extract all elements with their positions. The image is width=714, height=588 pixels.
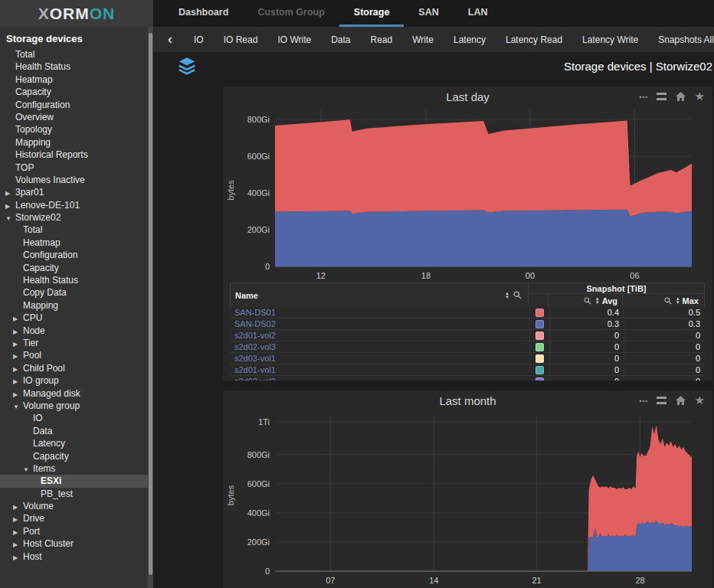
more-options-icon[interactable]: ... [639, 395, 648, 406]
sidebar-item-pb-test[interactable]: PB_test [0, 488, 148, 500]
sidebar-item-esxi[interactable]: ESXi [0, 475, 148, 487]
toolbar-item-data[interactable]: Data [321, 34, 360, 45]
sort-icon[interactable]: ▲▼ [676, 297, 680, 305]
sort-icon[interactable]: ▲▼ [505, 292, 509, 299]
svg-text:12: 12 [316, 271, 326, 280]
last-day-chart[interactable]: 0200Gi400Gi600Gi800Gi12180006bytes [223, 105, 712, 294]
sidebar-item-host[interactable]: ▶Host [0, 550, 148, 563]
chevron-left-icon[interactable]: ‹ [153, 32, 184, 47]
tab-custom-group[interactable]: Custom Group [243, 0, 339, 27]
star-icon[interactable]: ★ [695, 395, 705, 406]
sidebar-item-tier[interactable]: ▶Tier [0, 337, 148, 349]
sidebar-item-mapping[interactable]: Mapping [0, 136, 148, 149]
sidebar-item-managed-disk[interactable]: ▶Managed disk [0, 387, 148, 400]
toolbar-item-read[interactable]: Read [361, 34, 403, 45]
sidebar-item-heatmap[interactable]: Heatmap [0, 74, 148, 86]
more-options-icon[interactable]: ... [639, 91, 648, 102]
column-header-name[interactable]: Name ▲▼ [231, 283, 529, 307]
column-header-avg[interactable]: ▲▼ Avg [549, 294, 623, 307]
sidebar-item-data[interactable]: Data [0, 425, 148, 437]
sidebar-item-3par01[interactable]: ▶3par01 [0, 186, 148, 198]
avg-value: 0 [550, 377, 624, 381]
sidebar-item-capacity[interactable]: Capacity [0, 450, 148, 462]
sidebar-scrollbar-track[interactable] [148, 27, 153, 588]
table-row[interactable]: s2d03-vol100 [230, 353, 705, 364]
sidebar-item-io[interactable]: IO [0, 412, 148, 424]
volume-link[interactable]: SAN-DS02 [230, 318, 530, 329]
sidebar-item-capacity[interactable]: Capacity [0, 86, 148, 98]
sidebar-item-cpu[interactable]: ▶CPU [0, 312, 148, 324]
sidebar-item-volume[interactable]: ▶Volume [0, 500, 148, 512]
table-row[interactable]: s2d02-vol200 [230, 376, 705, 381]
sidebar-item-heatmap[interactable]: Heatmap [0, 237, 148, 249]
sidebar-item-drive[interactable]: ▶Drive [0, 512, 148, 524]
layers-icon[interactable] [176, 57, 198, 75]
sidebar-item-health-status[interactable]: Health Status [0, 274, 148, 286]
sidebar-item-topology[interactable]: Topology [0, 123, 148, 136]
sidebar-item-copy-data[interactable]: Copy Data [0, 286, 148, 299]
sidebar-item-storwize02[interactable]: ▼Storwize02 [0, 211, 148, 224]
sidebar-item-io-group[interactable]: ▶IO group [0, 374, 148, 387]
sidebar-item-node[interactable]: ▶Node [0, 325, 148, 337]
toolbar-item-latency-read[interactable]: Latency Read [496, 34, 572, 45]
app-logo[interactable]: XORMON [0, 0, 153, 27]
menu-icon[interactable] [657, 93, 667, 100]
volume-link[interactable]: SAN-DS01 [230, 307, 530, 318]
home-icon[interactable] [675, 91, 686, 102]
sidebar-item-total[interactable]: Total [0, 48, 148, 60]
toolbar-item-io[interactable]: IO [184, 34, 214, 45]
search-icon[interactable] [664, 297, 672, 305]
sidebar-item-top[interactable]: TOP [0, 162, 148, 174]
table-row[interactable]: SAN-DS020.30.3 [230, 318, 705, 330]
home-icon[interactable] [675, 395, 686, 406]
search-icon[interactable] [584, 297, 591, 305]
volume-link[interactable]: s2d01-vol2 [230, 330, 530, 341]
sidebar-item-health-status[interactable]: Health Status [0, 60, 148, 73]
toolbar-item-io-read[interactable]: IO Read [214, 34, 268, 45]
sidebar-item-total[interactable]: Total [0, 224, 148, 236]
table-row[interactable]: SAN-DS010.40.5 [230, 307, 705, 318]
sidebar-item-configuration[interactable]: Configuration [0, 99, 148, 111]
sidebar-item-volumes-inactive[interactable]: Volumes Inactive [0, 174, 148, 186]
avg-value: 0.4 [550, 308, 624, 317]
sidebar-item-pool[interactable]: ▶Pool [0, 349, 148, 361]
tab-dashboard[interactable]: Dashboard [164, 0, 243, 27]
toolbar-item-io-write[interactable]: IO Write [267, 34, 321, 45]
toolbar-item-latency[interactable]: Latency [444, 34, 496, 45]
sidebar-item-mapping[interactable]: Mapping [0, 299, 148, 312]
sidebar-item-port[interactable]: ▶Port [0, 525, 148, 537]
sidebar-scrollbar-thumb[interactable] [149, 33, 152, 575]
sidebar-item-lenove-de-101[interactable]: ▶Lenove-DE-101 [0, 199, 148, 211]
tab-san[interactable]: SAN [404, 0, 453, 27]
sidebar-item-volume-group[interactable]: ▼Volume group [0, 400, 148, 412]
volume-link[interactable]: s2d03-vol1 [230, 353, 530, 364]
toolbar-item-write[interactable]: Write [402, 34, 444, 45]
sidebar-item-host-cluster[interactable]: ▶Host Cluster [0, 537, 148, 550]
last-month-title: Last month [439, 394, 496, 407]
table-row[interactable]: s2d02-vol300 [230, 341, 705, 353]
table-row[interactable]: s2d01-vol200 [230, 330, 705, 341]
column-header-max[interactable]: ▲▼ Max [623, 294, 703, 307]
volume-link[interactable]: s2d02-vol3 [230, 341, 530, 352]
sidebar-item-items[interactable]: ▼Items [0, 462, 148, 475]
star-icon[interactable]: ★ [695, 91, 705, 102]
toolbar-item-snapshots-allocated[interactable]: Snapshots Allocated [648, 34, 714, 45]
last-month-chart[interactable]: 0200Gi400Gi600Gi800Gi1Ti07142128bytes [223, 410, 712, 588]
sort-icon[interactable]: ▲▼ [595, 297, 600, 305]
toolbar-item-latency-write[interactable]: Latency Write [572, 34, 648, 45]
tab-lan[interactable]: LAN [454, 0, 503, 27]
sidebar-item-label: Configuration [15, 100, 70, 110]
table-row[interactable]: s2d01-vol100 [230, 364, 705, 376]
volume-link[interactable]: s2d02-vol2 [230, 376, 530, 381]
sidebar-item-configuration[interactable]: Configuration [0, 249, 148, 261]
sidebar-item-capacity[interactable]: Capacity [0, 262, 148, 274]
menu-icon[interactable] [657, 397, 667, 404]
sidebar-item-latency[interactable]: Latency [0, 437, 148, 449]
sidebar-item-child-pool[interactable]: ▶Child Pool [0, 362, 148, 374]
sidebar-item-historical-reports[interactable]: Historical Reports [0, 149, 148, 161]
search-icon[interactable] [513, 291, 522, 299]
tree-collapsed-icon[interactable]: ▶ [13, 552, 23, 564]
tab-storage[interactable]: Storage [339, 0, 404, 27]
volume-link[interactable]: s2d01-vol1 [230, 364, 530, 375]
sidebar-item-overview[interactable]: Overview [0, 111, 148, 123]
